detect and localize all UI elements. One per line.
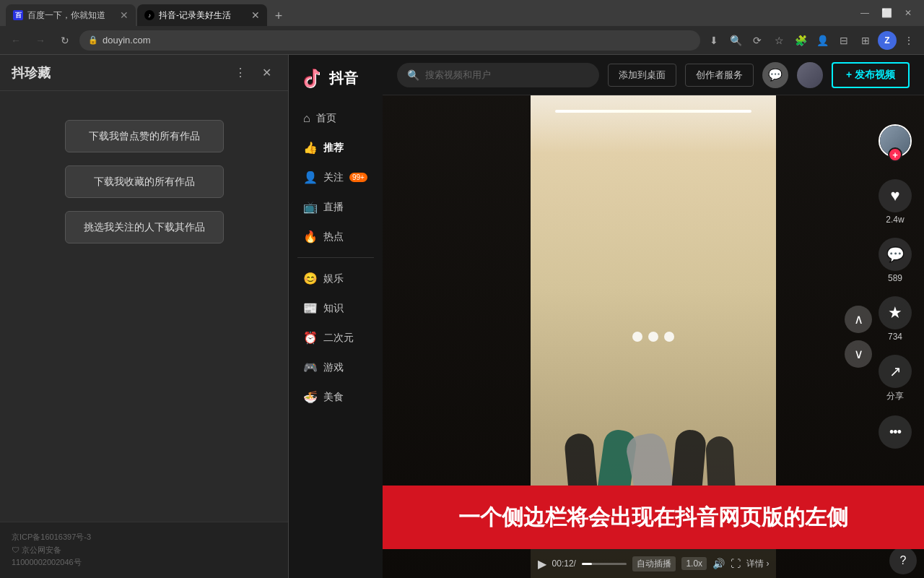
nav-item-anime[interactable]: ⏰ 二次元 (292, 324, 380, 352)
download-likes-button[interactable]: 下载我曾点赞的所有作品 (65, 120, 224, 152)
refresh-button[interactable]: ↻ (55, 30, 75, 51)
zoom-button[interactable]: 🔍 (726, 31, 745, 50)
extensions-button[interactable]: 🧩 (791, 31, 810, 50)
extension-sidebar: 抖珍藏 ⋮ ✕ 下载我曾点赞的所有作品 下载我收藏的所有作品 挑选我关注的人下载… (0, 55, 289, 578)
sidebar-toggle-button[interactable]: ⊟ (834, 31, 853, 50)
follow-icon: 👤 (303, 171, 318, 184)
food-icon: 🍜 (303, 390, 318, 404)
creator-service-button[interactable]: 创作者服务 (685, 64, 754, 87)
new-tab-button[interactable]: + (269, 6, 289, 26)
auto-play-label[interactable]: 自动插播 (632, 556, 676, 571)
nav-item-games[interactable]: 🎮 游戏 (292, 353, 380, 381)
back-button[interactable]: ← (6, 30, 26, 51)
banner-text: 一个侧边栏将会出现在抖音网页版的左侧 (458, 503, 848, 532)
ext-close-button[interactable]: ✕ (256, 63, 276, 83)
action-avatar: + (879, 124, 912, 158)
share-button[interactable]: ↗ (879, 355, 912, 388)
menu-button[interactable]: ⋮ (899, 31, 918, 50)
bookmark-button[interactable]: ☆ (770, 31, 788, 50)
video-controls-bar: ▶ 00:12/ 自动插播 1.0x 🔊 ⛶ 详情 › (531, 549, 777, 578)
volume-button[interactable]: 🔊 (712, 558, 725, 569)
ext-header-actions: ⋮ ✕ (230, 63, 276, 83)
user-button[interactable]: 👤 (813, 31, 832, 50)
publish-video-button[interactable]: + 发布视频 (832, 62, 910, 88)
nav-item-knowledge[interactable]: 📰 知识 (292, 294, 380, 322)
anime-icon: ⏰ (303, 331, 318, 345)
detail-button[interactable]: 详情 › (746, 558, 769, 570)
star-button[interactable]: ★ (879, 296, 912, 329)
forward-button[interactable]: → (30, 30, 51, 51)
more-button[interactable]: ••• (879, 415, 912, 449)
ext-header: 抖珍藏 ⋮ ✕ (0, 55, 288, 91)
comment-button[interactable]: 💬 (879, 238, 912, 271)
browser-tabs: 百 百度一下，你就知道 ✕ ♪ 抖音-记录美好生活 ✕ + (6, 0, 289, 26)
search-placeholder: 搜索视频和用户 (425, 69, 491, 82)
add-desktop-button[interactable]: 添加到桌面 (608, 64, 676, 87)
recommend-label: 推荐 (323, 142, 344, 155)
nav-item-entertainment[interactable]: 😊 娱乐 (292, 264, 380, 293)
hot-label: 热点 (323, 230, 344, 243)
knowledge-label: 知识 (323, 302, 344, 315)
feed-nav: ∧ ∨ (845, 306, 872, 368)
progress-bar[interactable] (582, 563, 627, 565)
action-more: ••• (879, 415, 912, 449)
douyin-content: 抖音 ⌂ 首页 👍 推荐 👤 关注 99+ 📺 直播 🔥 热点 (289, 55, 924, 578)
maximize-button[interactable]: ⬜ (876, 6, 897, 20)
dot-3 (664, 332, 674, 342)
tab-baidu-close[interactable]: ✕ (120, 9, 128, 21)
user-avatar[interactable] (797, 62, 823, 88)
tab-douyin[interactable]: ♪ 抖音-记录美好生活 ✕ (137, 4, 267, 26)
ext-icp-text: 京ICP备16016397号-3 🛡 京公网安备 11000002002046号 (12, 531, 276, 569)
refresh-page-button[interactable]: ⟳ (748, 31, 767, 50)
like-button[interactable]: ♥ (879, 179, 912, 212)
nav-item-follow[interactable]: 👤 关注 99+ (292, 163, 380, 191)
dot-1 (632, 332, 642, 342)
douyin-logo: 抖音 (289, 66, 383, 104)
play-pause-button[interactable]: ▶ (538, 557, 546, 571)
ext-more-button[interactable]: ⋮ (230, 63, 250, 83)
split-view-button[interactable]: ⊞ (856, 31, 875, 50)
tab-baidu[interactable]: 百 百度一下，你就知道 ✕ (6, 4, 136, 26)
banner-overlay: 一个侧边栏将会出现在抖音网页版的左侧 (383, 486, 924, 549)
video-area: ▶ 00:12/ 自动插播 1.0x 🔊 ⛶ 详情 › (383, 95, 924, 578)
follow-label: 关注 (323, 171, 344, 184)
douyin-main-area: 🔍 搜索视频和用户 添加到桌面 创作者服务 💬 + 发布视频 (383, 55, 924, 578)
fullscreen-button[interactable]: ⛶ (731, 558, 741, 569)
address-bar[interactable]: 🔒 douyin.com (79, 30, 700, 51)
douyin-logo-text: 抖音 (329, 69, 358, 88)
nav-item-food[interactable]: 🍜 美食 (292, 383, 380, 411)
browser-titlebar: 百 百度一下，你就知道 ✕ ♪ 抖音-记录美好生活 ✕ + — ⬜ ✕ (0, 0, 924, 26)
speed-label[interactable]: 1.0x (681, 557, 707, 570)
recommend-icon: 👍 (303, 141, 318, 155)
nav-item-recommend[interactable]: 👍 推荐 (292, 134, 380, 162)
tab-douyin-close[interactable]: ✕ (251, 9, 260, 21)
games-icon: 🎮 (303, 361, 318, 374)
search-box[interactable]: 🔍 搜索视频和用户 (397, 63, 599, 87)
nav-item-live[interactable]: 📺 直播 (292, 193, 380, 221)
nav-item-home[interactable]: ⌂ 首页 (292, 105, 380, 132)
ext-footer: 京ICP备16016397号-3 🛡 京公网安备 11000002002046号 (0, 522, 288, 578)
chat-button[interactable]: 💬 (762, 62, 788, 88)
douyin-header: 🔍 搜索视频和用户 添加到桌面 创作者服务 💬 + 发布视频 (383, 55, 924, 95)
minimize-button[interactable]: — (855, 6, 875, 20)
download-button[interactable]: ⬇ (705, 31, 723, 50)
anime-label: 二次元 (323, 332, 354, 345)
close-button[interactable]: ✕ (898, 6, 918, 20)
nav-actions: ⬇ 🔍 ⟳ ☆ 🧩 👤 ⊟ ⊞ Z ⋮ (705, 31, 918, 50)
feed-nav-down[interactable]: ∨ (845, 340, 872, 368)
home-label: 首页 (316, 112, 336, 125)
games-label: 游戏 (323, 361, 344, 374)
nav-item-hot[interactable]: 🔥 热点 (292, 223, 380, 251)
progress-fill (582, 563, 592, 565)
profile-avatar[interactable]: Z (878, 31, 897, 50)
help-button[interactable]: ? (889, 547, 917, 574)
follow-badge: 99+ (349, 173, 367, 182)
download-following-button[interactable]: 挑选我关注的人下载其作品 (65, 211, 224, 243)
dot-2 (648, 332, 658, 342)
follow-plus-button[interactable]: + (888, 147, 902, 162)
feed-nav-up[interactable]: ∧ (845, 306, 872, 333)
action-like: ♥ 2.4w (879, 179, 912, 225)
tab-baidu-title: 百度一下，你就知道 (27, 9, 105, 22)
download-favorites-button[interactable]: 下载我收藏的所有作品 (65, 165, 224, 198)
nav-divider (297, 257, 374, 258)
